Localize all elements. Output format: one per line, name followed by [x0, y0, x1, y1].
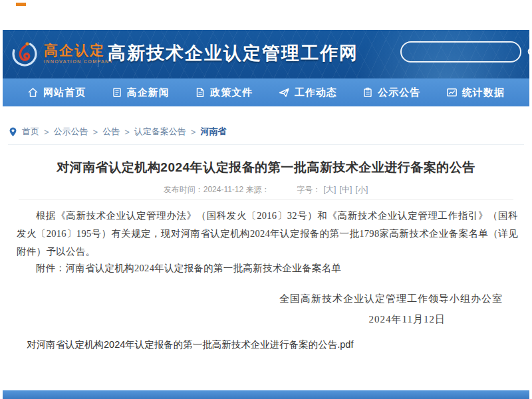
article-meta: 发布时间：2024-11-12 来源： 字号： [大] [中] [小]	[0, 184, 532, 196]
breadcrumb-link-announcements[interactable]: 公示公告	[54, 126, 88, 138]
nav-item-statistics[interactable]: 统计数据	[446, 86, 505, 99]
article-title: 对河南省认定机构2024年认定报备的第一批高新技术企业进行备案的公告	[27, 159, 505, 176]
source-label: 来源：	[246, 185, 270, 194]
paper-plane-icon	[279, 87, 290, 98]
publish-time-label: 发布时间：	[164, 185, 203, 194]
article-paragraph: 根据《高新技术企业认定管理办法》（国科发火〔2016〕32号）和《高新技术企业认…	[17, 207, 518, 261]
title-divider	[19, 199, 513, 200]
breadcrumb-link-home[interactable]: 首页	[22, 126, 39, 138]
nav-item-announcements[interactable]: 公示公告	[362, 86, 420, 99]
header-divider	[98, 42, 98, 67]
nav-item-news[interactable]: 高企新闻	[112, 86, 170, 99]
search-box	[400, 41, 521, 63]
breadcrumb-separator: >	[191, 127, 196, 137]
nav-item-label: 政策文件	[210, 86, 253, 99]
site-header: 高企认定 INNOVATION COMPANY 高新技术企业认定管理工作网	[3, 30, 529, 78]
nav-item-updates[interactable]: 工作动态	[279, 86, 337, 99]
nav-item-label: 统计数据	[462, 86, 505, 99]
nav-item-label: 工作动态	[295, 86, 337, 99]
issue-date: 2024年11月12日	[369, 313, 446, 326]
publish-date: 2024-11-12	[203, 185, 244, 194]
font-size-medium-button[interactable]: [中]	[340, 185, 352, 194]
site-title: 高新技术企业认定管理工作网	[108, 41, 358, 65]
main-nav: 网站首页 高企新闻 政策文件 工作动态	[3, 78, 529, 106]
news-icon	[112, 87, 122, 98]
nav-item-label: 高企新闻	[127, 86, 170, 99]
fontsize-label: 字号：	[297, 185, 321, 194]
breadcrumb-link-record-notice[interactable]: 认定备案公告	[134, 126, 186, 138]
home-icon	[27, 87, 39, 98]
page: 高企认定 INNOVATION COMPANY 高新技术企业认定管理工作网 网站…	[0, 0, 532, 399]
search-input[interactable]	[410, 44, 527, 60]
chart-icon	[446, 87, 458, 98]
breadcrumb-divider	[8, 144, 524, 145]
logo-en-text: INNOVATION COMPANY	[44, 59, 114, 65]
location-pin-icon	[9, 127, 17, 137]
corner-mark	[16, 3, 26, 6]
nav-item-label: 网站首页	[43, 86, 86, 99]
logo-texts: 高企认定 INNOVATION COMPANY	[44, 43, 114, 65]
breadcrumb: 首页 > 公示公告 > 公告 > 认定备案公告 > 河南省	[9, 126, 226, 138]
policy-doc-icon	[195, 87, 205, 98]
search-icon[interactable]	[527, 43, 529, 61]
logo-swirl-icon	[9, 37, 40, 69]
footer-bar	[3, 390, 529, 399]
issuing-office: 全国高新技术企业认定管理工作领导小组办公室	[279, 293, 503, 305]
logo-cn-text: 高企认定	[44, 43, 114, 59]
attachment-line: 附件：河南省认定机构2024年认定报备的第一批高新技术企业备案名单	[36, 262, 341, 275]
clipboard-icon	[362, 87, 373, 98]
breadcrumb-link-notice[interactable]: 公告	[102, 126, 120, 138]
nav-item-home[interactable]: 网站首页	[27, 86, 86, 99]
breadcrumb-separator: >	[124, 127, 130, 137]
attachment-pdf-link[interactable]: 对河南省认定机构2024年认定报备的第一批高新技术企业进行备案的公告.pdf	[27, 338, 353, 351]
breadcrumb-current-henan[interactable]: 河南省	[200, 126, 226, 138]
breadcrumb-separator: >	[93, 127, 98, 137]
breadcrumb-separator: >	[44, 127, 49, 137]
nav-item-policy[interactable]: 政策文件	[195, 86, 253, 99]
font-size-small-button[interactable]: [小]	[356, 185, 368, 194]
font-size-large-button[interactable]: [大]	[324, 185, 336, 194]
nav-item-label: 公示公告	[378, 86, 420, 99]
